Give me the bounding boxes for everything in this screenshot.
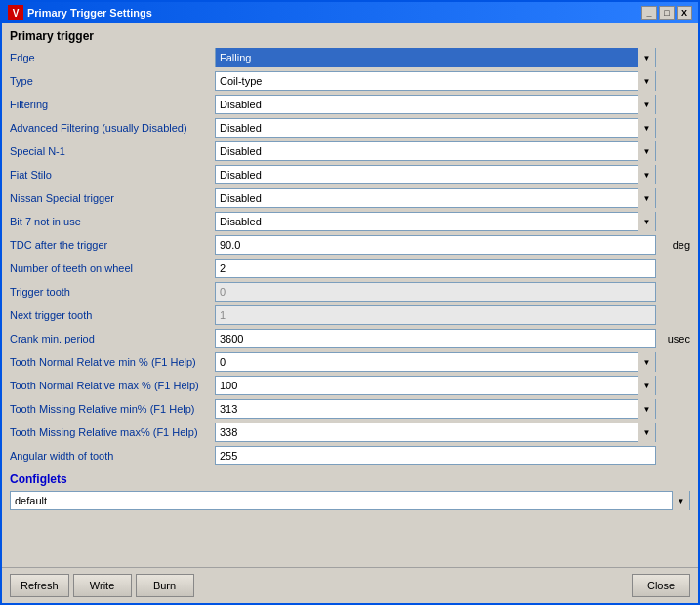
next-trigger-tooth-input[interactable]: [215, 305, 656, 325]
filtering-dropdown-arrow[interactable]: [638, 95, 655, 114]
type-row: Type Coil-type: [10, 70, 690, 92]
tooth-miss-min-dropdown[interactable]: 313: [215, 399, 656, 419]
teeth-num-input[interactable]: [215, 259, 656, 278]
crank-min-input[interactable]: [215, 329, 656, 348]
bit7-row: Bit 7 not in use Disabled: [10, 211, 690, 232]
title-bar-left: V Primary Trigger Settings: [8, 5, 152, 20]
advanced-filtering-dropdown-arrow[interactable]: [638, 118, 655, 138]
trigger-tooth-row: Trigger tooth: [10, 281, 690, 302]
bit7-control: Disabled: [215, 212, 656, 231]
next-trigger-tooth-label: Next trigger tooth: [10, 309, 215, 321]
window-title: Primary Trigger Settings: [27, 7, 152, 19]
special-n1-row: Special N-1 Disabled: [10, 141, 690, 162]
special-n1-dropdown[interactable]: Disabled: [215, 141, 656, 161]
filtering-value: Disabled: [216, 95, 638, 114]
special-n1-dropdown-arrow[interactable]: [638, 141, 655, 161]
tooth-miss-min-arrow[interactable]: [638, 399, 655, 419]
tdc-control: [215, 235, 656, 255]
edge-row: Edge Falling: [10, 47, 690, 68]
teeth-num-label: Number of teeth on wheel: [10, 262, 215, 274]
type-control: Coil-type: [215, 71, 656, 91]
fiat-stilo-dropdown-arrow[interactable]: [638, 165, 655, 184]
tooth-miss-max-row: Tooth Missing Relative max% (F1 Help) 33…: [10, 422, 690, 443]
advanced-filtering-label: Advanced Filtering (usually Disabled): [10, 122, 215, 134]
tooth-norm-min-row: Tooth Normal Relative min % (F1 Help) 0: [10, 351, 690, 373]
tooth-norm-min-arrow[interactable]: [638, 352, 655, 372]
filtering-control: Disabled: [215, 95, 656, 114]
filtering-row: Filtering Disabled: [10, 94, 690, 115]
app-icon: V: [8, 5, 23, 20]
tooth-norm-min-value: 0: [216, 352, 638, 372]
type-label: Type: [10, 75, 215, 87]
teeth-num-row: Number of teeth on wheel: [10, 258, 690, 279]
nissan-value: Disabled: [216, 188, 638, 208]
tooth-norm-max-arrow[interactable]: [638, 376, 655, 395]
footer-left-buttons: Refresh Write Burn: [10, 574, 194, 597]
write-button[interactable]: Write: [73, 574, 132, 597]
fiat-stilo-label: Fiat Stilo: [10, 169, 215, 181]
bit7-dropdown-arrow[interactable]: [638, 212, 655, 231]
configlets-section: Configlets default: [10, 472, 690, 511]
angular-width-control: [215, 446, 656, 465]
window-close-button[interactable]: X: [677, 6, 692, 20]
primary-trigger-section-title: Primary trigger: [10, 29, 690, 43]
footer: Refresh Write Burn Close: [2, 567, 698, 603]
angular-width-input[interactable]: [215, 446, 656, 465]
tooth-miss-min-control: 313: [215, 399, 656, 419]
tooth-norm-min-control: 0: [215, 352, 656, 372]
nissan-dropdown[interactable]: Disabled: [215, 188, 656, 208]
tooth-norm-max-dropdown[interactable]: 100: [215, 376, 656, 395]
tooth-miss-min-value: 313: [216, 399, 638, 419]
fiat-stilo-control: Disabled: [215, 165, 656, 184]
fiat-stilo-dropdown[interactable]: Disabled: [215, 165, 656, 184]
type-dropdown-arrow[interactable]: [638, 71, 655, 91]
title-buttons: _ □ X: [641, 6, 692, 20]
configlets-title: Configlets: [10, 472, 690, 486]
refresh-button[interactable]: Refresh: [10, 574, 69, 597]
burn-button[interactable]: Burn: [136, 574, 194, 597]
tooth-miss-max-label: Tooth Missing Relative max% (F1 Help): [10, 426, 215, 438]
filtering-dropdown[interactable]: Disabled: [215, 95, 656, 114]
nissan-row: Nissan Special trigger Disabled: [10, 187, 690, 209]
content-area: Primary trigger Edge Falling Type Coil-t…: [2, 23, 698, 567]
fiat-stilo-row: Fiat Stilo Disabled: [10, 164, 690, 185]
special-n1-label: Special N-1: [10, 145, 215, 157]
nissan-dropdown-arrow[interactable]: [638, 188, 655, 208]
tdc-input[interactable]: [215, 235, 656, 255]
edge-control: Falling: [215, 48, 656, 67]
angular-width-row: Angular width of tooth: [10, 445, 690, 466]
crank-min-label: Crank min. period: [10, 333, 215, 344]
tooth-norm-max-row: Tooth Normal Relative max % (F1 Help) 10…: [10, 375, 690, 396]
advanced-filtering-dropdown[interactable]: Disabled: [215, 118, 656, 138]
tooth-norm-max-label: Tooth Normal Relative max % (F1 Help): [10, 380, 215, 391]
tdc-row: TDC after the trigger deg: [10, 234, 690, 256]
tooth-norm-min-dropdown[interactable]: 0: [215, 352, 656, 372]
minimize-button[interactable]: _: [641, 6, 657, 20]
configlets-row: default: [10, 490, 690, 511]
title-bar: V Primary Trigger Settings _ □ X: [2, 2, 698, 23]
tooth-miss-min-label: Tooth Missing Relative min% (F1 Help): [10, 403, 215, 415]
maximize-button[interactable]: □: [659, 6, 675, 20]
tooth-miss-max-arrow[interactable]: [638, 423, 655, 442]
tooth-miss-max-value: 338: [216, 423, 638, 442]
type-dropdown[interactable]: Coil-type: [215, 71, 656, 91]
bit7-dropdown[interactable]: Disabled: [215, 212, 656, 231]
footer-right-buttons: Close: [632, 574, 690, 597]
edge-dropdown[interactable]: Falling: [215, 48, 656, 67]
edge-dropdown-arrow[interactable]: [638, 48, 655, 67]
tdc-label: TDC after the trigger: [10, 239, 215, 251]
next-trigger-tooth-row: Next trigger tooth: [10, 304, 690, 326]
angular-width-label: Angular width of tooth: [10, 450, 215, 462]
configlets-dropdown-arrow[interactable]: [672, 491, 689, 510]
fiat-stilo-value: Disabled: [216, 165, 638, 184]
tooth-norm-max-value: 100: [216, 376, 638, 395]
edge-label: Edge: [10, 52, 215, 63]
configlets-dropdown[interactable]: default: [10, 491, 690, 510]
tooth-miss-max-dropdown[interactable]: 338: [215, 423, 656, 442]
edge-value: Falling: [216, 48, 638, 67]
trigger-tooth-input[interactable]: [215, 282, 656, 302]
close-button[interactable]: Close: [632, 574, 690, 597]
type-value: Coil-type: [216, 71, 638, 91]
tooth-norm-max-control: 100: [215, 376, 656, 395]
bit7-label: Bit 7 not in use: [10, 216, 215, 227]
